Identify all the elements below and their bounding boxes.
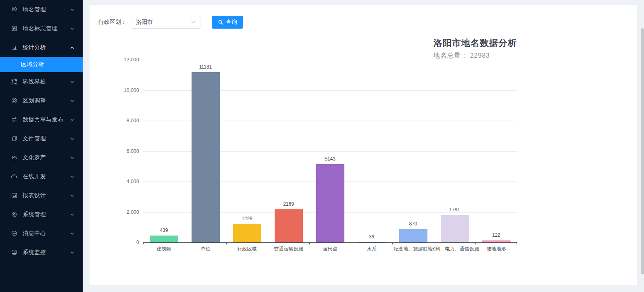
chart-band: 5143居民点 — [309, 60, 351, 242]
bar-7[interactable] — [399, 229, 427, 242]
gear-icon — [11, 211, 18, 218]
query-button[interactable]: 查询 — [212, 16, 243, 29]
y-axis-tick-label: 0 — [103, 240, 139, 245]
location-pin-icon — [11, 6, 18, 13]
x-axis-category-label: 水利、电力、通信设施 — [431, 246, 479, 252]
x-axis-category-label: 交通运输设施 — [274, 246, 303, 252]
heritage-crown-icon — [11, 154, 18, 161]
sidebar-item-label: 文化遗产 — [23, 154, 70, 161]
vertical-scrollbar-track[interactable] — [641, 0, 644, 292]
bar-chart: 02,0004,0006,0008,00010,00012,000439建筑物1… — [143, 60, 517, 242]
vertical-scrollbar-thumb[interactable] — [641, 28, 644, 274]
x-axis-tick — [143, 242, 144, 244]
sidebar-item-online-development[interactable]: 在线开发 — [0, 167, 83, 186]
chart-header: 洛阳市地名数据分析 地名总量： 22983 — [434, 37, 517, 60]
sidebar-item-place-name-sign-management[interactable]: 地名标志管理 — [0, 19, 83, 38]
gauge-icon — [11, 249, 18, 256]
chevron-down-icon — [70, 250, 75, 255]
x-axis-category-label: 居民点 — [323, 246, 338, 252]
chart-band: 2169交通运输设施 — [268, 60, 309, 242]
x-axis-category-label: 水系 — [367, 246, 377, 252]
bar-2[interactable] — [192, 72, 220, 242]
search-icon — [218, 19, 223, 25]
chevron-down-icon — [190, 19, 196, 25]
chevron-down-icon — [70, 155, 75, 160]
bar-9[interactable] — [482, 240, 511, 242]
sidebar-item-label: 地名管理 — [23, 6, 70, 13]
chart-band: 1791水利、电力、通信设施 — [434, 60, 475, 242]
x-axis-tick — [268, 242, 268, 244]
y-axis-tick-label: 10,000 — [103, 88, 139, 93]
sidebar-item-label: 系统管理 — [23, 211, 70, 218]
sidebar: 地名管理地名标志管理统计分析区域分析界线界桩区划调整数据共享与发布文件管理文化遗… — [0, 0, 83, 292]
region-select-value: 洛阳市 — [136, 19, 190, 26]
sidebar-subitem-region-analysis[interactable]: 区域分析 — [0, 57, 83, 72]
bar-value-label: 870 — [409, 221, 417, 227]
bar-value-label: 39 — [369, 234, 374, 240]
signage-icon — [11, 25, 18, 32]
sidebar-item-file-management[interactable]: 文件管理 — [0, 129, 83, 148]
sidebar-item-boundary-markers[interactable]: 界线界桩 — [0, 72, 83, 91]
sidebar-item-place-name-management[interactable]: 地名管理 — [0, 0, 83, 19]
seal-icon — [11, 97, 18, 104]
sidebar-item-report-design[interactable]: 报表设计 — [0, 186, 83, 205]
x-axis-tick — [351, 242, 351, 244]
message-icon — [11, 230, 18, 237]
sidebar-item-zoning-adjustment[interactable]: 区划调整 — [0, 91, 83, 110]
chart-band: 122陆地地形 — [475, 60, 517, 242]
sidebar-item-system-monitoring[interactable]: 系统监控 — [0, 243, 83, 262]
sidebar-item-label: 在线开发 — [23, 173, 70, 180]
y-axis-tick-label: 2,000 — [103, 209, 139, 215]
sidebar-item-label: 区划调整 — [23, 97, 70, 104]
chevron-down-icon — [70, 231, 75, 236]
bar-5[interactable] — [316, 164, 344, 242]
sidebar-item-message-center[interactable]: 消息中心 — [0, 224, 83, 243]
sidebar-item-cultural-heritage[interactable]: 文化遗产 — [0, 148, 83, 167]
bar-value-label: 5143 — [325, 156, 336, 162]
x-axis-category-label: 行政区域 — [238, 246, 257, 252]
x-axis-category-label: 纪念地、旅游胜地 — [394, 246, 433, 252]
sidebar-item-label: 地名标志管理 — [23, 25, 70, 32]
filter-toolbar: 行政区划： 洛阳市 查询 — [90, 5, 637, 29]
sidebar-item-label: 消息中心 — [23, 230, 70, 237]
bar-value-label: 122 — [492, 232, 500, 238]
region-select[interactable]: 洛阳市 — [131, 16, 200, 29]
file-icon — [11, 135, 18, 142]
sidebar-item-label: 报表设计 — [23, 192, 70, 199]
sidebar-item-system-management[interactable]: 系统管理 — [0, 205, 83, 224]
sidebar-item-data-sharing-publishing[interactable]: 数据共享与发布 — [0, 110, 83, 129]
x-axis-tick — [517, 242, 517, 244]
x-axis-tick — [226, 242, 227, 244]
chart-subtitle: 地名总量： 22983 — [434, 52, 517, 60]
y-axis-tick-label: 4,000 — [103, 179, 139, 184]
x-axis-category-label: 陆地地形 — [487, 246, 506, 252]
chevron-down-icon — [70, 193, 75, 198]
bar-3[interactable] — [233, 224, 261, 242]
chevron-down-icon — [70, 7, 75, 12]
bar-6[interactable] — [358, 242, 386, 243]
chevron-down-icon — [70, 212, 75, 217]
chart-band: 39水系 — [351, 60, 392, 242]
sidebar-item-statistical-analysis[interactable]: 统计分析 — [0, 38, 83, 57]
chevron-up-icon — [70, 45, 75, 50]
bar-8[interactable] — [441, 215, 469, 242]
chevron-down-icon — [70, 98, 75, 103]
content-card: 行政区划： 洛阳市 查询 洛阳市地名数据分析 地名总量： 22983 02,00… — [90, 5, 637, 285]
sidebar-item-label: 文件管理 — [23, 135, 70, 142]
sidebar-item-label: 统计分析 — [23, 44, 70, 51]
query-button-label: 查询 — [226, 19, 237, 26]
bar-chart-icon — [11, 44, 18, 51]
y-axis-tick-label: 12,000 — [103, 57, 139, 63]
bar-4[interactable] — [275, 209, 303, 242]
chevron-down-icon — [70, 174, 75, 179]
chevron-down-icon — [70, 79, 75, 84]
bar-value-label: 1229 — [242, 216, 252, 221]
x-axis-tick — [392, 242, 393, 244]
x-axis-tick — [475, 242, 476, 244]
x-axis-tick — [434, 242, 434, 244]
main-content: 行政区划： 洛阳市 查询 洛阳市地名数据分析 地名总量： 22983 02,00… — [83, 0, 644, 292]
bar-1[interactable] — [150, 236, 178, 242]
report-chart-icon — [11, 192, 18, 199]
sidebar-item-label: 数据共享与发布 — [23, 116, 70, 123]
x-axis-category-label: 单位 — [201, 246, 210, 252]
